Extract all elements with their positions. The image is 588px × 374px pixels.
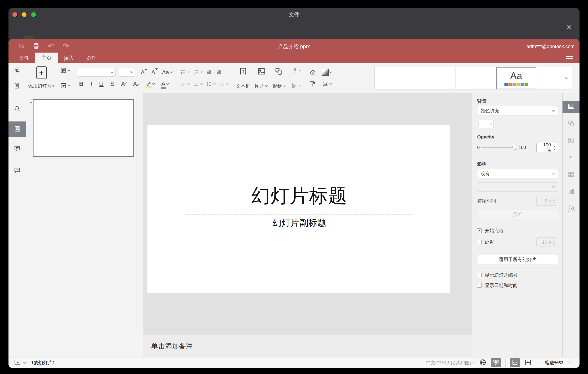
theme-gallery-expand-button[interactable] xyxy=(561,67,572,89)
sidebar-item-shape-settings[interactable] xyxy=(563,120,579,129)
subscript-button[interactable]: A₂ xyxy=(133,80,139,88)
slide-subtitle-placeholder[interactable]: 幻灯片副标题 xyxy=(186,215,413,255)
bold-button[interactable]: B xyxy=(78,80,84,88)
redo-button[interactable]: ↷ xyxy=(63,43,69,49)
theme-thumbnail[interactable] xyxy=(375,67,415,89)
duration-spinner[interactable]: 2 s xyxy=(536,196,558,206)
opacity-spinner[interactable]: 100 % xyxy=(536,143,558,152)
sidebar-item-table-settings[interactable] xyxy=(563,170,579,180)
language-selector[interactable]: 中文(中华人民共和国) xyxy=(426,360,474,366)
sidebar-item-image-settings[interactable] xyxy=(563,136,579,146)
change-case-button[interactable]: Aa xyxy=(161,68,173,76)
insert-shape-button[interactable] xyxy=(274,66,284,76)
print-button[interactable] xyxy=(33,43,39,49)
copy-button[interactable] xyxy=(13,67,21,74)
delay-checkbox[interactable] xyxy=(477,240,482,244)
arrange-shape-button[interactable] xyxy=(291,67,302,74)
close-icon[interactable]: × xyxy=(564,22,574,33)
theme-thumbnail[interactable] xyxy=(415,67,455,89)
slide-thumbnail-selected[interactable] xyxy=(33,99,134,157)
start-slideshow-statusbar-button[interactable] xyxy=(14,359,21,367)
save-button[interactable] xyxy=(18,43,24,49)
horizontal-align-button[interactable] xyxy=(179,80,190,88)
insert-shape-label-button[interactable]: 形状 xyxy=(272,83,286,90)
delay-spinner[interactable]: 10 s xyxy=(536,237,558,247)
notes-area[interactable]: 单击添加备注 xyxy=(143,335,472,357)
fit-width-button[interactable] xyxy=(524,359,532,367)
sidebar-item-paragraph-settings[interactable]: ¶ xyxy=(563,154,579,163)
columns-button[interactable] xyxy=(218,80,229,88)
superscript-button[interactable]: A² xyxy=(120,80,127,88)
sidebar-item-chart-settings[interactable] xyxy=(563,187,579,197)
chevron-down-icon xyxy=(329,70,332,73)
decrease-indent-button[interactable] xyxy=(205,69,213,76)
zoom-in-button[interactable]: + xyxy=(568,360,572,366)
highlight-color-button[interactable] xyxy=(145,81,155,87)
background-fill-select[interactable]: 颜色填充 xyxy=(477,106,558,115)
theme-thumbnail[interactable] xyxy=(536,67,561,89)
background-color-swatch-button[interactable] xyxy=(477,120,494,128)
tab-collaboration[interactable]: 协作 xyxy=(80,53,102,63)
theme-thumbnail-selected[interactable]: Aa xyxy=(496,67,536,89)
font-name-select[interactable] xyxy=(77,68,116,77)
tab-home[interactable]: 主页 xyxy=(35,53,58,63)
opacity-slider-thumb[interactable] xyxy=(512,145,517,150)
preview-button[interactable]: 预览 xyxy=(477,209,558,219)
italic-button[interactable]: I xyxy=(90,80,93,88)
line-spacing-button[interactable] xyxy=(205,80,216,88)
duration-value: 2 s xyxy=(539,198,553,204)
tab-file[interactable]: 文件 xyxy=(13,53,35,63)
opacity-slider[interactable] xyxy=(482,147,515,148)
sidebar-item-textart-settings[interactable]: Ta xyxy=(563,204,579,213)
shade-fill-button[interactable] xyxy=(321,68,332,76)
tab-insert[interactable]: 插入 xyxy=(58,53,80,63)
apply-to-all-slides-button[interactable]: 适用于所有幻灯片 xyxy=(477,255,558,264)
clear-style-button[interactable] xyxy=(308,68,316,76)
sidebar-item-slide-settings[interactable] xyxy=(563,101,579,113)
zoom-out-button[interactable]: − xyxy=(536,360,540,366)
sidebar-item-chat[interactable] xyxy=(9,164,26,177)
vertical-align-button[interactable] xyxy=(192,80,203,88)
increase-font-button[interactable]: A xyxy=(140,68,145,76)
strikethrough-button[interactable]: S xyxy=(110,80,115,88)
insert-image-button[interactable] xyxy=(256,66,266,76)
align-shape-button[interactable] xyxy=(291,82,302,89)
insert-textbox-label-button[interactable]: 文本框 xyxy=(235,83,251,90)
font-color-button[interactable]: A xyxy=(161,80,169,88)
undo-button[interactable]: ↶ xyxy=(48,43,54,49)
numbered-list-button[interactable]: 1 2 3 xyxy=(192,69,203,76)
fill-select-value: 颜色填充 xyxy=(481,108,499,114)
fit-slide-button[interactable] xyxy=(510,358,520,367)
slide-editing-area[interactable]: 幻灯片标题 幻灯片副标题 xyxy=(147,125,450,293)
set-language-button[interactable] xyxy=(479,359,487,367)
copy-style-button[interactable] xyxy=(308,80,316,88)
paste-button[interactable] xyxy=(13,82,21,89)
slide-layout-button[interactable] xyxy=(59,67,71,74)
decrease-font-button[interactable]: A xyxy=(151,68,156,76)
chevron-down-icon xyxy=(553,242,555,244)
sidebar-item-comments[interactable] xyxy=(9,143,26,155)
sidebar-item-slides[interactable] xyxy=(9,121,26,137)
effect-select[interactable]: 没有 xyxy=(477,169,558,178)
show-date-checkbox[interactable] xyxy=(477,283,482,288)
start-on-click-checkbox[interactable]: ✓ xyxy=(477,228,482,233)
increase-indent-button[interactable] xyxy=(215,69,223,76)
insert-textbox-button[interactable]: T xyxy=(238,66,248,76)
slide-size-button[interactable] xyxy=(321,80,332,88)
start-slideshow-button[interactable] xyxy=(59,82,71,89)
sidebar-item-search[interactable] xyxy=(9,103,26,115)
shape-label: 形状 xyxy=(273,83,282,89)
add-slide-menu-button[interactable]: 添加幻灯片 xyxy=(28,83,55,90)
underline-button[interactable]: U xyxy=(98,80,104,88)
show-slide-number-checkbox[interactable] xyxy=(477,273,482,277)
font-size-select[interactable] xyxy=(119,68,135,77)
effect-type-select-disabled[interactable] xyxy=(477,182,558,192)
hamburger-menu-icon[interactable] xyxy=(565,54,574,62)
chevron-down-icon xyxy=(111,70,114,73)
bullet-list-button[interactable] xyxy=(179,69,190,76)
slide-title-placeholder[interactable]: 幻灯片标题 xyxy=(186,154,413,212)
add-slide-button[interactable]: + xyxy=(36,66,47,79)
insert-image-label-button[interactable]: 图片 xyxy=(254,83,268,90)
theme-thumbnail[interactable] xyxy=(455,67,496,89)
spellcheck-button[interactable]: ABC ✓ xyxy=(491,358,501,367)
